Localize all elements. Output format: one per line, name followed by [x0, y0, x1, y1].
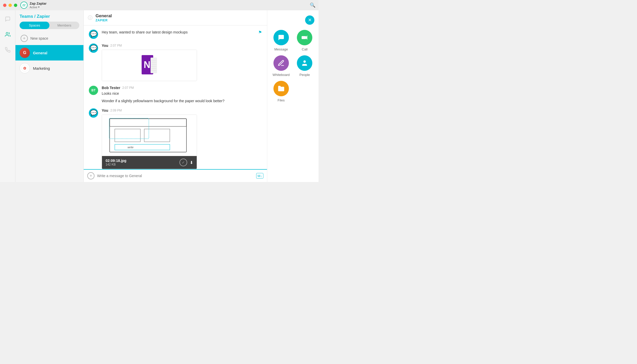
- msg-content-3: Bob Tester 2:07 PM Looks nice Wonder if …: [102, 86, 262, 104]
- traffic-lights: [3, 4, 17, 7]
- svg-rect-5: [151, 58, 157, 73]
- file-actions: ✓ ⬇: [179, 159, 193, 166]
- space-item-marketing[interactable]: ✿ Marketing: [15, 60, 83, 76]
- fullscreen-traffic-light[interactable]: [14, 4, 17, 7]
- msg-sender-3: Bob Tester: [102, 86, 120, 90]
- app-layout: Teams / Zapier Spaces Members + New spac…: [0, 10, 318, 182]
- svg-text:write: write: [127, 146, 133, 149]
- space-avatar-general: G: [20, 48, 30, 58]
- channel-name: General: [96, 13, 263, 19]
- user-info: Zap Zaplar Active ▾: [30, 2, 47, 9]
- right-panel: ✕ Message Call Whiteboard: [267, 10, 318, 182]
- user-name: Zap Zaplar: [30, 2, 47, 5]
- msg-content-1: Hey team, wanted to share our latest des…: [102, 30, 262, 35]
- action-people[interactable]: People: [295, 55, 315, 77]
- msg-meta-2: You 2:07 PM: [102, 44, 262, 48]
- minimize-traffic-light[interactable]: [8, 4, 12, 7]
- action-whiteboard[interactable]: Whiteboard: [271, 55, 291, 77]
- svg-text:N: N: [144, 59, 150, 70]
- whiteboard-action-icon: [273, 55, 289, 71]
- msg-content-4: You 2:09 PM: [102, 108, 262, 169]
- onenote-attachment[interactable]: N: [102, 50, 197, 81]
- msg-time-4: 2:09 PM: [110, 109, 122, 112]
- svg-rect-15: [144, 129, 170, 142]
- msg-text-1: Hey team, wanted to share our latest des…: [102, 30, 188, 35]
- avatar-bubble-1: 💬: [89, 30, 98, 39]
- file-download-button[interactable]: ⬇: [190, 160, 193, 165]
- msg-text-3-line1: Looks nice: [102, 91, 262, 96]
- svg-point-22: [304, 60, 306, 63]
- sidebar: Teams / Zapier Spaces Members + New spac…: [15, 10, 84, 182]
- msg-text-3-line2: Wonder if a slightly yellow/warm backgro…: [102, 98, 262, 104]
- call-action-label: Call: [302, 47, 307, 51]
- svg-rect-12: [110, 119, 186, 152]
- message-input[interactable]: [97, 174, 254, 178]
- sketch-preview: write: [102, 115, 197, 156]
- svg-rect-14: [115, 129, 140, 142]
- message-input-area: + M↓: [84, 169, 267, 182]
- file-bar: 02:09:18.jpg 142 KB ✓ ⬇: [102, 156, 197, 169]
- file-expand-button[interactable]: ✓: [179, 159, 187, 166]
- files-action-icon: [273, 81, 289, 96]
- chat-area: ⓘ General ZAPIER 💬 Hey team, wanted to s…: [84, 10, 267, 182]
- teams-nav-icon[interactable]: [3, 30, 12, 39]
- add-attachment-button[interactable]: +: [87, 172, 94, 179]
- files-action-label: Files: [278, 98, 285, 102]
- tab-spaces[interactable]: Spaces: [20, 22, 49, 29]
- people-action-label: People: [299, 73, 310, 77]
- sketch-attachment[interactable]: write 02:09:18.jpg 142 KB: [102, 115, 197, 169]
- team-label: ZAPIER: [96, 19, 263, 22]
- user-avatar: ZZ: [20, 2, 28, 9]
- svg-marker-21: [306, 36, 307, 40]
- avatar-bubble-4: 💬: [89, 108, 98, 118]
- message-action-label: Message: [274, 47, 288, 51]
- space-item-general[interactable]: G General: [15, 45, 83, 60]
- flag-icon-1: ⚑: [258, 30, 262, 35]
- close-traffic-light[interactable]: [3, 4, 6, 7]
- space-name-general: General: [33, 51, 47, 55]
- svg-rect-20: [302, 36, 306, 39]
- svg-rect-16: [115, 144, 170, 150]
- titlebar: ZZ Zap Zaplar Active ▾ 🔍: [0, 0, 318, 10]
- avatar-bt: BT: [89, 86, 98, 95]
- calls-nav-icon[interactable]: [3, 45, 12, 55]
- onenote-preview: N: [102, 50, 197, 81]
- call-action-icon: [297, 30, 312, 45]
- message-group-3: BT Bob Tester 2:07 PM Looks nice Wonder …: [89, 86, 262, 104]
- msg-content-2: You 2:07 PM N: [102, 44, 262, 81]
- file-size: 142 KB: [106, 163, 177, 166]
- icon-bar: [0, 10, 15, 182]
- svg-rect-13: [110, 119, 186, 126]
- space-name-marketing: Marketing: [33, 66, 50, 71]
- action-call[interactable]: Call: [295, 30, 315, 51]
- svg-point-0: [6, 32, 8, 34]
- format-button[interactable]: M↓: [256, 173, 263, 179]
- sidebar-tabs: Spaces Members: [20, 22, 79, 29]
- action-grid: Message Call Whiteboard People: [271, 30, 314, 102]
- search-button[interactable]: 🔍: [310, 2, 315, 8]
- msg-meta-3: Bob Tester 2:07 PM: [102, 86, 262, 90]
- info-icon: ⓘ: [88, 15, 92, 21]
- people-action-icon: [297, 55, 312, 71]
- action-files[interactable]: Files: [271, 81, 291, 102]
- space-avatar-marketing: ✿: [20, 63, 30, 73]
- chat-header-info: General ZAPIER: [96, 13, 263, 22]
- new-space-label: New space: [30, 36, 48, 40]
- new-space-button[interactable]: + New space: [15, 32, 83, 45]
- chat-nav-icon[interactable]: [3, 14, 12, 24]
- msg-time-2: 2:07 PM: [110, 44, 122, 47]
- file-name: 02:09:18.jpg: [106, 159, 177, 163]
- close-panel-button[interactable]: ✕: [305, 15, 314, 25]
- user-status[interactable]: Active ▾: [30, 5, 47, 9]
- chat-header: ⓘ General ZAPIER: [84, 10, 267, 25]
- message-group-1: 💬 Hey team, wanted to share our latest d…: [89, 30, 262, 39]
- file-info: 02:09:18.jpg 142 KB: [106, 159, 177, 166]
- message-action-icon: [273, 30, 289, 45]
- message-group-2: 💬 You 2:07 PM N: [89, 44, 262, 81]
- msg-meta-4: You 2:09 PM: [102, 108, 262, 112]
- tab-members[interactable]: Members: [49, 22, 79, 29]
- action-message[interactable]: Message: [271, 30, 291, 51]
- msg-sender-4: You: [102, 108, 108, 112]
- team-name: Teams / Zapier: [15, 10, 83, 22]
- message-group-4: 💬 You 2:09 PM: [89, 108, 262, 169]
